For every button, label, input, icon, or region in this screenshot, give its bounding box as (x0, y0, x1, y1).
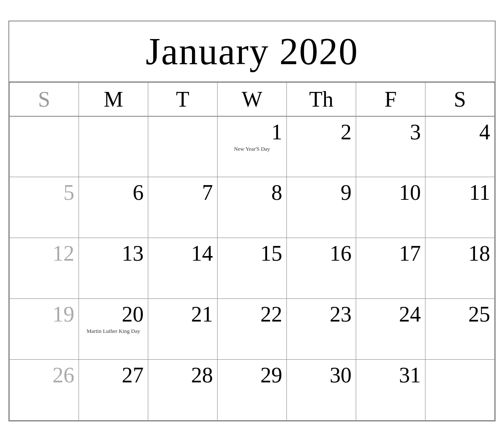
day-number: 4 (430, 120, 490, 144)
calendar-day-cell[interactable]: 20Martin Luther King Day (79, 299, 148, 360)
day-number: 2 (291, 120, 352, 144)
header-friday: F (356, 82, 425, 116)
holiday-label: New Year'S Day (222, 146, 282, 153)
calendar-day-cell[interactable]: 14 (148, 238, 218, 299)
calendar-day-cell[interactable]: 8 (218, 177, 287, 238)
day-number: 14 (152, 241, 213, 265)
calendar-day-cell[interactable]: 5 (10, 177, 79, 238)
calendar-day-cell[interactable]: 30 (287, 360, 356, 421)
day-number: 18 (430, 241, 490, 265)
day-number: 22 (222, 302, 282, 326)
calendar-week-row: 567891011 (10, 177, 495, 238)
day-number: 10 (360, 180, 421, 204)
calendar-day-cell[interactable]: 13 (79, 238, 148, 299)
header-saturday: S (425, 82, 495, 116)
day-number: 20 (83, 302, 144, 326)
day-number: 23 (291, 302, 352, 326)
calendar-day-cell[interactable]: 22 (218, 299, 287, 360)
calendar-week-row: 1920Martin Luther King Day2122232425 (10, 299, 495, 360)
calendar-day-cell[interactable] (10, 116, 79, 177)
day-number: 29 (222, 363, 282, 387)
calendar-day-cell[interactable]: 2 (287, 116, 356, 177)
day-number: 6 (83, 180, 144, 204)
day-headers-row: S M T W Th F S (10, 82, 495, 116)
day-number: 7 (152, 180, 213, 204)
header-tuesday: T (148, 82, 218, 116)
calendar-day-cell[interactable]: 1New Year'S Day (218, 116, 287, 177)
calendar-day-cell[interactable]: 6 (79, 177, 148, 238)
calendar-day-cell[interactable]: 25 (425, 299, 495, 360)
day-number: 31 (360, 363, 421, 387)
day-number: 21 (152, 302, 213, 326)
day-number: 5 (14, 180, 74, 204)
calendar-day-cell[interactable] (148, 116, 218, 177)
calendar-day-cell[interactable]: 7 (148, 177, 218, 238)
calendar-week-row: 262728293031 (10, 360, 495, 421)
calendar-body: 1New Year'S Day2345678910111213141516171… (10, 116, 495, 421)
day-number: 9 (291, 180, 352, 204)
header-sunday: S (10, 82, 79, 116)
calendar-day-cell[interactable]: 16 (287, 238, 356, 299)
day-number: 28 (152, 363, 213, 387)
calendar-day-cell[interactable] (79, 116, 148, 177)
header-monday: M (79, 82, 148, 116)
day-number: 16 (291, 241, 352, 265)
day-number: 1 (222, 120, 282, 144)
header-wednesday: W (218, 82, 287, 116)
calendar-day-cell[interactable]: 21 (148, 299, 218, 360)
calendar-day-cell[interactable]: 27 (79, 360, 148, 421)
calendar-day-cell[interactable]: 15 (218, 238, 287, 299)
calendar-week-row: 12131415161718 (10, 238, 495, 299)
day-number: 3 (360, 120, 421, 144)
calendar-day-cell[interactable]: 9 (287, 177, 356, 238)
day-number: 13 (83, 241, 144, 265)
calendar-day-cell[interactable]: 23 (287, 299, 356, 360)
calendar-grid: S M T W Th F S 1New Year'S Day2345678910… (9, 82, 495, 421)
day-number: 12 (14, 241, 74, 265)
calendar-title: January 2020 (146, 31, 358, 72)
day-number: 11 (430, 180, 490, 204)
calendar-header: January 2020 (9, 21, 495, 82)
calendar-week-row: 1New Year'S Day234 (10, 116, 495, 177)
calendar-day-cell[interactable]: 12 (10, 238, 79, 299)
calendar-day-cell[interactable]: 31 (356, 360, 425, 421)
calendar-day-cell[interactable]: 3 (356, 116, 425, 177)
calendar-day-cell[interactable]: 26 (10, 360, 79, 421)
calendar-day-cell[interactable]: 17 (356, 238, 425, 299)
day-number: 8 (222, 180, 282, 204)
header-thursday: Th (287, 82, 356, 116)
calendar-day-cell[interactable]: 24 (356, 299, 425, 360)
day-number: 27 (83, 363, 144, 387)
day-number: 19 (14, 302, 74, 326)
day-number: 30 (291, 363, 352, 387)
calendar-day-cell[interactable]: 4 (425, 116, 495, 177)
calendar-day-cell[interactable]: 18 (425, 238, 495, 299)
day-number: 26 (14, 363, 74, 387)
holiday-label: Martin Luther King Day (83, 328, 144, 335)
calendar-day-cell[interactable]: 19 (10, 299, 79, 360)
day-number: 25 (430, 302, 490, 326)
calendar-day-cell[interactable]: 10 (356, 177, 425, 238)
day-number: 24 (360, 302, 421, 326)
day-number: 15 (222, 241, 282, 265)
calendar-day-cell[interactable]: 28 (148, 360, 218, 421)
calendar-day-cell[interactable]: 29 (218, 360, 287, 421)
calendar-container: January 2020 S M T W Th F S 1New Year'S … (8, 21, 496, 422)
day-number: 17 (360, 241, 421, 265)
calendar-day-cell[interactable] (425, 360, 495, 421)
calendar-day-cell[interactable]: 11 (425, 177, 495, 238)
